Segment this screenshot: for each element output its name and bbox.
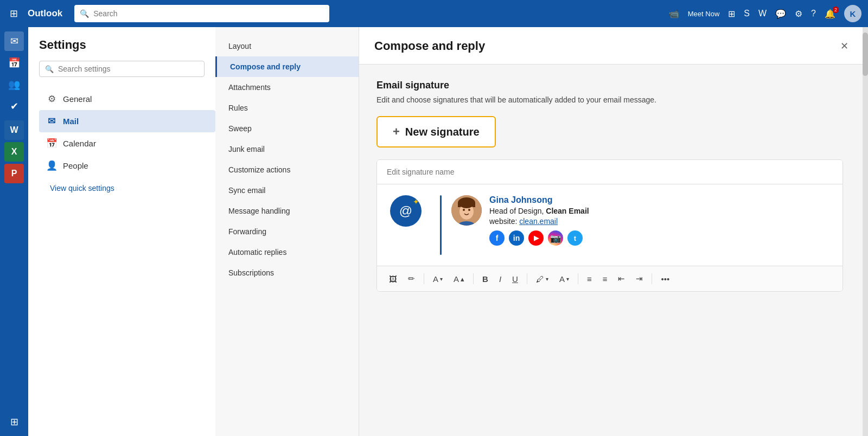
avatar-svg xyxy=(451,195,482,226)
font-color-button[interactable]: A▾ xyxy=(556,272,572,286)
more-options-button[interactable]: ••• xyxy=(658,272,673,286)
toolbar-separator-3 xyxy=(527,273,527,284)
section-desc: Edit and choose signatures that will be … xyxy=(376,95,851,104)
submenu-layout[interactable]: Layout xyxy=(215,36,359,56)
search-input[interactable] xyxy=(93,9,324,18)
submenu-subscriptions[interactable]: Subscriptions xyxy=(215,262,359,283)
draw-button[interactable]: ✏ xyxy=(405,272,418,286)
avatar xyxy=(451,195,482,226)
submenu-attachments[interactable]: Attachments xyxy=(215,77,359,98)
view-quick-settings-link[interactable]: View quick settings xyxy=(43,181,121,196)
signature-info: Gina Johnsong Head of Design, Clean Emai… xyxy=(489,195,589,246)
toolbar-separator-4 xyxy=(578,273,578,284)
settings-search-bar[interactable]: 🔍 xyxy=(39,61,205,77)
mail-icon: ✉ xyxy=(46,116,58,127)
feedback-icon[interactable]: 💬 xyxy=(775,9,786,19)
topbar-actions: 📹 Meet Now ⊞ S W 💬 ⚙ ? 🔔 2 K xyxy=(668,5,861,22)
word-icon[interactable]: W xyxy=(758,9,767,18)
submenu-compose-reply[interactable]: Compose and reply xyxy=(215,56,359,77)
submenu-message-handling[interactable]: Message handling xyxy=(215,201,359,221)
youtube-icon[interactable]: ▶ xyxy=(528,230,544,246)
close-button[interactable]: ✕ xyxy=(836,38,853,54)
instagram-icon[interactable]: 📷 xyxy=(548,230,563,246)
modal-title: Compose and reply xyxy=(374,39,485,53)
signature-name-input[interactable] xyxy=(377,160,843,184)
svg-point-4 xyxy=(463,209,465,211)
star-icon: ✦ xyxy=(413,197,419,206)
linkedin-icon[interactable]: in xyxy=(509,230,524,246)
sig-website-link[interactable]: clean.email xyxy=(519,217,558,226)
settings-nav-general[interactable]: ⚙ General xyxy=(39,88,215,110)
modal-header: Compose and reply ✕ xyxy=(359,27,868,65)
apps-grid-icon[interactable]: ⊞ xyxy=(728,9,735,19)
sidebar-item-powerpoint[interactable]: P xyxy=(4,164,24,183)
meet-now-label[interactable]: Meet Now xyxy=(688,10,720,18)
new-signature-button[interactable]: + New signature xyxy=(376,116,496,148)
sidebar-item-mail[interactable]: ✉ xyxy=(4,31,24,51)
signature-toolbar: 🖼 ✏ A▾ A▴ B I U 🖊▾ A▾ ≡ ≡ xyxy=(377,266,843,291)
search-bar[interactable]: 🔍 xyxy=(74,5,329,22)
sidebar-item-word[interactable]: W xyxy=(4,120,24,140)
toolbar-separator-2 xyxy=(473,273,474,284)
svg-point-6 xyxy=(459,200,474,208)
settings-nav-mail[interactable]: ✉ Mail xyxy=(39,110,215,132)
at-symbol: @ xyxy=(399,203,412,219)
highlight-color-button[interactable]: 🖊▾ xyxy=(533,272,552,286)
sidebar-item-tasks[interactable]: ✔ xyxy=(4,97,24,116)
facebook-icon[interactable]: f xyxy=(489,230,505,246)
notification-badge: 2 xyxy=(833,7,839,13)
scrollbar[interactable] xyxy=(863,27,868,436)
sidebar-item-people[interactable]: 👥 xyxy=(4,75,24,94)
settings-nav-people[interactable]: 👤 People xyxy=(39,155,215,177)
sidebar-item-calendar[interactable]: 📅 xyxy=(4,53,24,73)
help-icon[interactable]: ? xyxy=(811,9,816,18)
skype-icon[interactable]: S xyxy=(744,9,750,18)
submenu-customize-actions[interactable]: Customize actions xyxy=(215,159,359,180)
sidebar-item-all-apps[interactable]: ⊞ xyxy=(4,412,24,432)
font-size-decrease-button[interactable]: A▾ xyxy=(430,272,446,286)
section-title: Email signature xyxy=(376,80,851,91)
underline-button[interactable]: U xyxy=(509,272,521,286)
bold-button[interactable]: B xyxy=(479,272,492,286)
list-button[interactable]: ≡ xyxy=(599,272,611,286)
settings-icon[interactable]: ⚙ xyxy=(795,9,802,19)
calendar-icon: 📅 xyxy=(46,138,58,149)
grid-icon[interactable]: ⊞ xyxy=(7,4,21,23)
increase-indent-button[interactable]: ⇥ xyxy=(633,272,646,286)
app-sidebar: ✉ 📅 👥 ✔ W X P ⊞ xyxy=(0,27,28,436)
twitter-icon[interactable]: t xyxy=(567,230,583,246)
signature-divider xyxy=(440,195,442,255)
scrollbar-thumb[interactable] xyxy=(863,33,868,76)
font-size-increase-button[interactable]: A▴ xyxy=(450,272,468,286)
plus-icon: + xyxy=(393,125,400,139)
search-icon: 🔍 xyxy=(45,65,54,73)
people-icon: 👤 xyxy=(46,160,58,171)
video-icon[interactable]: 📹 xyxy=(668,9,679,19)
italic-button[interactable]: I xyxy=(496,272,505,286)
submenu-automatic-replies[interactable]: Automatic replies xyxy=(215,242,359,262)
settings-search-input[interactable] xyxy=(58,65,199,73)
paragraph-align-button[interactable]: ≡ xyxy=(584,272,595,286)
sig-person-name: Gina Johnsong xyxy=(489,195,589,205)
signature-editor-card: @ ✦ xyxy=(376,159,843,292)
search-icon: 🔍 xyxy=(80,9,89,18)
modal-body: Email signature Edit and choose signatur… xyxy=(359,65,868,436)
topbar: ⊞ Outlook 🔍 📹 Meet Now ⊞ S W 💬 ⚙ ? 🔔 2 K xyxy=(0,0,868,27)
submenu-sync-email[interactable]: Sync email xyxy=(215,180,359,201)
sig-social-icons: f in ▶ 📷 t xyxy=(489,230,589,246)
user-avatar[interactable]: K xyxy=(844,5,861,22)
submenu-sweep[interactable]: Sweep xyxy=(215,118,359,139)
email-brand-icon: @ ✦ xyxy=(390,195,422,227)
decrease-indent-button[interactable]: ⇤ xyxy=(615,272,628,286)
toolbar-separator xyxy=(424,273,424,284)
main-layout: ✉ 📅 👥 ✔ W X P ⊞ 📁 Pokupon xyxy=(0,27,868,436)
submenu-rules[interactable]: Rules xyxy=(215,98,359,118)
svg-point-5 xyxy=(468,209,470,211)
sidebar-item-excel[interactable]: X xyxy=(4,142,24,162)
sig-website: website: clean.email xyxy=(489,217,589,226)
notification-icon[interactable]: 🔔 2 xyxy=(825,9,835,19)
submenu-junk-email[interactable]: Junk email xyxy=(215,139,359,159)
settings-nav-calendar[interactable]: 📅 Calendar xyxy=(39,132,215,155)
submenu-forwarding[interactable]: Forwarding xyxy=(215,221,359,242)
insert-image-button[interactable]: 🖼 xyxy=(386,272,400,286)
